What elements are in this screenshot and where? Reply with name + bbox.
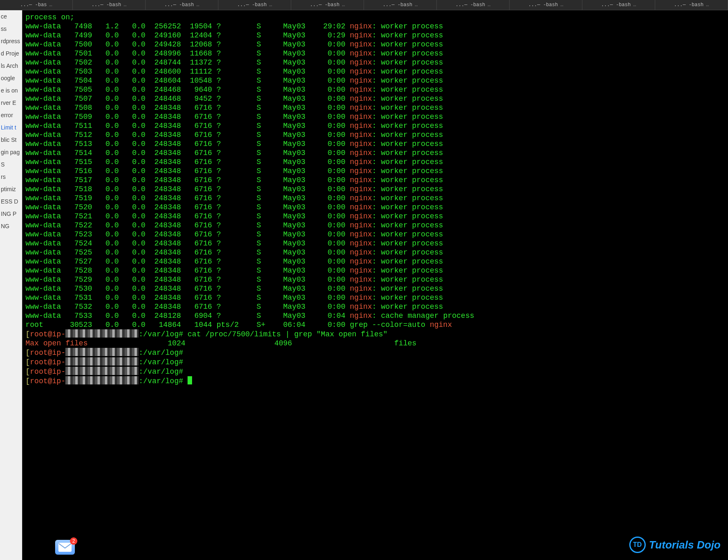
tutorials-dojo-watermark: TD Tutorials Dojo (629, 537, 721, 553)
mail-app-icon[interactable]: 2 (55, 540, 75, 555)
redacted-hostname (65, 348, 139, 356)
bookmark-item[interactable]: rs (0, 171, 22, 183)
terminal-tab-bar: ...— -bas…...— -bash…...— -bash…...— -ba… (0, 0, 728, 10)
cursor (188, 376, 192, 384)
bookmark-item[interactable]: error (0, 109, 22, 121)
terminal-pane[interactable]: process on;www-data 7498 1.2 0.0 256252 … (22, 10, 728, 560)
bookmark-item[interactable]: d Proje (0, 47, 22, 60)
terminal-tab[interactable]: ...— -bash… (364, 0, 437, 10)
terminal-line: www-data 7498 1.2 0.0 256252 19504 ? S M… (26, 22, 728, 31)
terminal-line: www-data 7509 0.0 0.0 248348 6716 ? S Ma… (26, 112, 728, 121)
terminal-tab[interactable]: ...— -bash… (146, 0, 218, 10)
bookmark-item[interactable]: oogle (0, 72, 22, 84)
terminal-line: www-data 7512 0.0 0.0 248348 6716 ? S Ma… (26, 130, 728, 139)
browser-bookmark-sidebar: cessrdpressd Projels Archooglee is onrve… (0, 10, 22, 560)
terminal-line: www-data 7524 0.0 0.0 248348 6716 ? S Ma… (26, 239, 728, 248)
bookmark-item[interactable]: ESS D (0, 195, 22, 208)
bookmark-item[interactable]: rdpress (0, 35, 22, 47)
terminal-line: Max open files 1024 4096 files (26, 339, 728, 348)
terminal-line: www-data 7514 0.0 0.0 248348 6716 ? S Ma… (26, 148, 728, 157)
bookmark-item[interactable]: blic St (0, 134, 22, 146)
bookmark-item[interactable]: ING P (0, 208, 22, 220)
terminal-line: [root@ip-:/var/log# cat /proc/7500/limit… (26, 329, 728, 339)
terminal-line: [root@ip-:/var/log# (26, 348, 728, 357)
terminal-line: root 30523 0.0 0.0 14864 1044 pts/2 S+ 0… (26, 320, 728, 329)
redacted-hostname (65, 357, 139, 366)
logo-text: Tutorials Dojo (649, 539, 721, 551)
terminal-tab[interactable]: ...— -bash… (510, 0, 582, 10)
bookmark-item[interactable]: NG (0, 220, 22, 232)
terminal-tab[interactable]: ...— -bash… (582, 0, 655, 10)
terminal-line: www-data 7508 0.0 0.0 248348 6716 ? S Ma… (26, 103, 728, 112)
terminal-line: www-data 7505 0.0 0.0 248468 9640 ? S Ma… (26, 85, 728, 94)
terminal-line: [root@ip-:/var/log# (26, 367, 728, 376)
terminal-line: www-data 7518 0.0 0.0 248348 6716 ? S Ma… (26, 185, 728, 194)
terminal-line: www-data 7503 0.0 0.0 248600 11112 ? S M… (26, 67, 728, 76)
redacted-hostname (65, 329, 139, 338)
bookmark-item[interactable]: ptimiz (0, 183, 22, 195)
terminal-line: www-data 7528 0.0 0.0 248348 6716 ? S Ma… (26, 266, 728, 275)
bookmark-item[interactable]: Limit t (0, 121, 22, 134)
terminal-line: www-data 7511 0.0 0.0 248348 6716 ? S Ma… (26, 121, 728, 130)
terminal-line: www-data 7522 0.0 0.0 248348 6716 ? S Ma… (26, 221, 728, 230)
terminal-line: www-data 7504 0.0 0.0 248604 10548 ? S M… (26, 76, 728, 85)
bookmark-item[interactable]: ss (0, 23, 22, 35)
redacted-hostname (65, 367, 139, 375)
terminal-line: www-data 7531 0.0 0.0 248348 6716 ? S Ma… (26, 293, 728, 302)
terminal-line: www-data 7516 0.0 0.0 248348 6716 ? S Ma… (26, 167, 728, 176)
terminal-line: www-data 7500 0.0 0.0 249428 12068 ? S M… (26, 40, 728, 49)
terminal-line: www-data 7521 0.0 0.0 248348 6716 ? S Ma… (26, 212, 728, 221)
bookmark-item[interactable]: gin pag (0, 146, 22, 158)
terminal-tab[interactable]: ...— -bas… (0, 0, 73, 10)
terminal-tab[interactable]: ...— -bash… (437, 0, 510, 10)
terminal-line: www-data 7523 0.0 0.0 248348 6716 ? S Ma… (26, 230, 728, 239)
terminal-line: www-data 7532 0.0 0.0 248348 6716 ? S Ma… (26, 302, 728, 311)
bookmark-item[interactable]: e is on (0, 84, 22, 97)
terminal-line: www-data 7525 0.0 0.0 248348 6716 ? S Ma… (26, 248, 728, 257)
terminal-line: www-data 7499 0.0 0.0 249160 12404 ? S M… (26, 31, 728, 40)
terminal-line: www-data 7513 0.0 0.0 248348 6716 ? S Ma… (26, 139, 728, 148)
terminal-line: www-data 7501 0.0 0.0 248996 11668 ? S M… (26, 49, 728, 58)
bookmark-item[interactable]: S (0, 158, 22, 171)
terminal-tab[interactable]: ...— -bash… (218, 0, 291, 10)
terminal-line: www-data 7519 0.0 0.0 248348 6716 ? S Ma… (26, 194, 728, 203)
terminal-line: www-data 7530 0.0 0.0 248348 6716 ? S Ma… (26, 284, 728, 293)
terminal-line: www-data 7517 0.0 0.0 248348 6716 ? S Ma… (26, 176, 728, 185)
terminal-line: www-data 7507 0.0 0.0 248468 9452 ? S Ma… (26, 94, 728, 103)
terminal-line: www-data 7502 0.0 0.0 248744 11372 ? S M… (26, 58, 728, 67)
svg-rect-0 (58, 543, 72, 552)
terminal-line: [root@ip-:/var/log# (26, 376, 728, 386)
bookmark-item[interactable]: ls Arch (0, 60, 22, 72)
terminal-line: www-data 7515 0.0 0.0 248348 6716 ? S Ma… (26, 157, 728, 167)
terminal-line: process on; (26, 13, 728, 22)
bookmark-item[interactable]: rver E (0, 97, 22, 109)
terminal-line: www-data 7533 0.0 0.0 248128 6904 ? S Ma… (26, 311, 728, 320)
terminal-tab[interactable]: ...— -bash… (73, 0, 146, 10)
redacted-hostname (65, 376, 139, 384)
mail-badge-count: 2 (70, 537, 77, 545)
terminal-tab[interactable]: ...— -bash… (655, 0, 728, 10)
logo-mark: TD (629, 537, 646, 553)
terminal-line: www-data 7529 0.0 0.0 248348 6716 ? S Ma… (26, 275, 728, 284)
terminal-line: www-data 7527 0.0 0.0 248348 6716 ? S Ma… (26, 257, 728, 266)
terminal-line: www-data 7520 0.0 0.0 248348 6716 ? S Ma… (26, 203, 728, 212)
bookmark-item[interactable]: ce (0, 10, 22, 23)
terminal-line: [root@ip-:/var/log# (26, 357, 728, 367)
terminal-tab[interactable]: ...— -bash… (291, 0, 364, 10)
